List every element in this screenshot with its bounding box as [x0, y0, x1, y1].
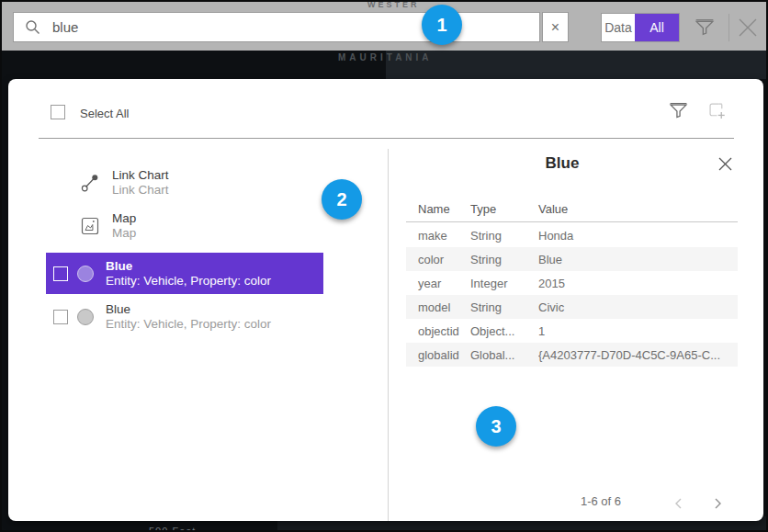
- clear-search-button[interactable]: ×: [542, 12, 569, 42]
- toolbar-divider: [728, 14, 729, 41]
- link-chart-icon: [80, 173, 100, 193]
- data-all-toggle: Data All: [601, 13, 680, 42]
- cell-type: Global...: [470, 348, 538, 362]
- result-item-link-chart[interactable]: Link Chart Link Chart: [46, 162, 323, 203]
- search-results-panel: Select All Link Chart Link: [8, 79, 763, 521]
- app-window: MAURITANIA 500 Feet WESTER × Data All: [0, 0, 768, 532]
- cell-value: 2015: [538, 277, 738, 290]
- result-item-blue-selected[interactable]: Blue Entity: Vehicle, Property: color: [46, 253, 323, 294]
- cell-name: color: [406, 253, 470, 266]
- select-all-checkbox[interactable]: [51, 105, 65, 119]
- filter-results-icon[interactable]: [669, 101, 688, 120]
- panel-header-divider: [39, 138, 734, 139]
- previous-page-icon[interactable]: [672, 496, 686, 511]
- toggle-option-data[interactable]: Data: [602, 14, 635, 41]
- table-header-divider: [406, 221, 738, 222]
- cell-value: Civic: [538, 300, 738, 314]
- table-row: model String Civic: [406, 295, 738, 319]
- map-icon: [81, 217, 99, 235]
- column-header-name: Name: [406, 202, 470, 216]
- search-toolbar: WESTER × Data All: [2, 2, 768, 51]
- cell-name: objectid: [406, 324, 470, 338]
- callout-badge-3: 3: [476, 406, 516, 447]
- result-title: Blue: [106, 302, 271, 317]
- filter-icon[interactable]: [695, 17, 715, 38]
- cell-name: model: [406, 300, 470, 314]
- table-row: year Integer 2015: [406, 271, 738, 295]
- table-row: color String Blue: [406, 247, 738, 271]
- cell-value: Blue: [538, 253, 738, 266]
- cell-type: Object...: [470, 324, 538, 338]
- next-page-icon[interactable]: [710, 496, 725, 511]
- cell-name: make: [406, 229, 470, 243]
- table-row: globalid Global... {A4203777-D70D-4C5C-9…: [406, 343, 738, 367]
- result-subtitle: Entity: Vehicle, Property: color: [106, 317, 271, 332]
- detail-title: Blue: [406, 154, 718, 173]
- toggle-option-all[interactable]: All: [635, 14, 679, 41]
- callout-badge-2: 2: [322, 179, 362, 220]
- result-subtitle: Map: [112, 226, 136, 241]
- pagination-label: 1-6 of 6: [559, 494, 642, 508]
- entity-circle-icon: [77, 266, 94, 282]
- search-input[interactable]: [52, 19, 539, 35]
- cell-type: String: [470, 229, 538, 243]
- entity-circle-icon: [77, 309, 94, 325]
- add-to-selection-icon[interactable]: [709, 103, 726, 119]
- column-header-value: Value: [538, 202, 738, 216]
- cell-value: {A4203777-D70D-4C5C-9A65-C...: [538, 348, 738, 362]
- map-scale-label: 500 Feet: [149, 526, 196, 532]
- result-title: Blue: [106, 259, 271, 274]
- result-item-blue[interactable]: Blue Entity: Vehicle, Property: color: [46, 296, 323, 337]
- table-row: make String Honda: [406, 223, 738, 247]
- map-country-label: MAURITANIA: [338, 52, 433, 62]
- map-label-behind-toolbar: WESTER: [367, 2, 420, 9]
- property-table-header: Name Type Value: [406, 202, 738, 216]
- cell-value: 1: [538, 324, 738, 338]
- property-table: make String Honda color String Blue year…: [406, 223, 738, 367]
- cell-type: String: [470, 300, 538, 314]
- result-checkbox[interactable]: [53, 310, 68, 324]
- cell-type: Integer: [470, 277, 538, 290]
- callout-badge-1: 1: [422, 5, 462, 45]
- result-subtitle: Entity: Vehicle, Property: color: [106, 274, 271, 289]
- close-search-icon[interactable]: [736, 16, 760, 40]
- cell-name: year: [406, 277, 470, 290]
- result-checkbox[interactable]: [53, 266, 68, 281]
- panel-split-divider: [388, 149, 389, 521]
- result-item-map[interactable]: Map Map: [46, 205, 323, 246]
- table-row: objectid Object... 1: [406, 319, 738, 343]
- cell-type: String: [470, 253, 538, 266]
- search-icon: [25, 19, 41, 36]
- result-title: Map: [112, 211, 136, 226]
- cell-name: globalid: [406, 348, 470, 362]
- cell-value: Honda: [538, 229, 738, 243]
- select-all-label: Select All: [80, 107, 129, 120]
- close-detail-icon[interactable]: [717, 156, 733, 172]
- result-title: Link Chart: [112, 168, 169, 183]
- column-header-type: Type: [470, 202, 538, 216]
- result-subtitle: Link Chart: [112, 183, 169, 198]
